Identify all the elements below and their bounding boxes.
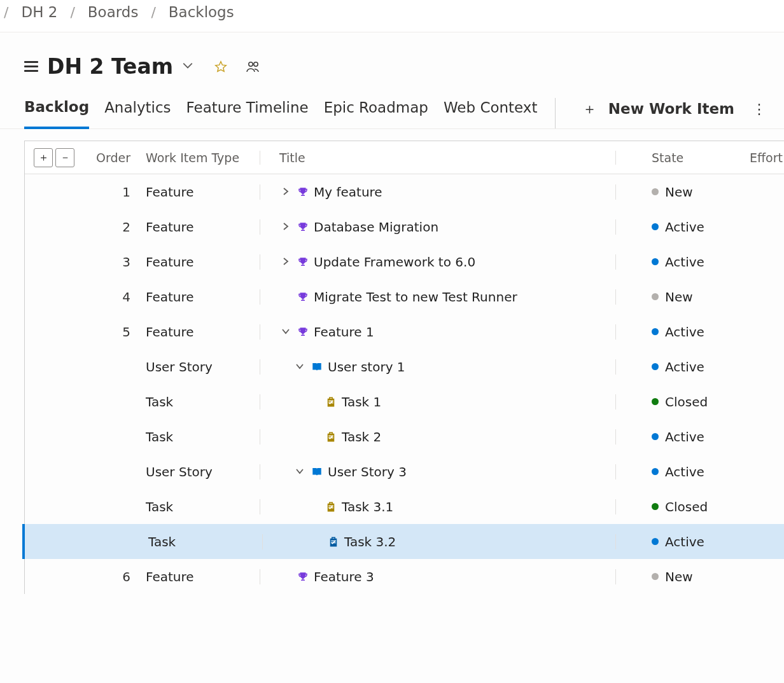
row-title-cell[interactable]: User Story 3: [260, 464, 616, 479]
chevron-right-icon[interactable]: [279, 184, 292, 200]
book-icon: [311, 361, 323, 373]
breadcrumb: / DH 2 / Boards / Backlogs: [0, 0, 784, 32]
table-row[interactable]: TaskTask 3.2Active: [22, 524, 784, 559]
plus-icon: ＋: [582, 102, 597, 116]
chevron-down-icon[interactable]: [279, 324, 292, 340]
table-row[interactable]: 1FeatureMy featureNew: [25, 174, 784, 209]
hamburger-icon[interactable]: [24, 61, 38, 72]
row-state-label: Closed: [665, 499, 708, 514]
row-state: Active: [616, 359, 750, 375]
state-dot-icon: [652, 468, 659, 475]
table-row[interactable]: TaskTask 3.1Closed: [25, 489, 784, 524]
tabs: BacklogAnalyticsFeature TimelineEpic Roa…: [24, 99, 537, 128]
row-state-label: Active: [665, 324, 704, 340]
row-type: Task: [146, 499, 260, 514]
team-name[interactable]: DH 2 Team: [47, 54, 173, 79]
state-dot-icon: [652, 363, 659, 370]
state-dot-icon: [652, 398, 659, 405]
backlog-grid: ＋ － Order Work Item Type Title State Eff…: [24, 141, 784, 594]
column-header-title[interactable]: Title: [260, 151, 616, 165]
row-title-cell[interactable]: User story 1: [260, 359, 616, 375]
people-icon[interactable]: [246, 60, 261, 74]
row-order: 3: [88, 254, 146, 270]
grid-header: ＋ － Order Work Item Type Title State Eff…: [25, 141, 784, 174]
breadcrumb-item[interactable]: DH 2: [21, 4, 57, 20]
tab-analytics[interactable]: Analytics: [104, 99, 171, 127]
row-title-cell[interactable]: Migrate Test to new Test Runner: [260, 289, 616, 305]
collapse-all-button[interactable]: －: [55, 148, 74, 167]
chevron-down-icon[interactable]: [293, 359, 306, 375]
column-header-state[interactable]: State: [616, 151, 750, 165]
more-actions-icon[interactable]: ⋮: [750, 101, 784, 117]
clipboard-icon: [328, 536, 339, 548]
tab-backlog[interactable]: Backlog: [24, 99, 89, 129]
row-title-cell[interactable]: Feature 1: [260, 324, 616, 340]
row-title-cell[interactable]: Task 1: [260, 394, 616, 410]
state-dot-icon: [652, 328, 659, 335]
state-dot-icon: [652, 258, 659, 265]
row-title: Task 3.2: [344, 534, 396, 549]
row-title: My feature: [314, 184, 382, 200]
state-dot-icon: [652, 223, 659, 230]
state-dot-icon: [652, 433, 659, 440]
tabs-row: BacklogAnalyticsFeature TimelineEpic Roa…: [0, 98, 784, 129]
column-header-type[interactable]: Work Item Type: [146, 151, 260, 165]
breadcrumb-sep: /: [4, 4, 8, 20]
chevron-right-icon[interactable]: [279, 219, 292, 235]
table-row[interactable]: 6FeatureFeature 3New: [25, 559, 784, 594]
chevron-right-icon[interactable]: [279, 254, 292, 270]
row-title-cell[interactable]: My feature: [260, 184, 616, 200]
trophy-icon: [297, 186, 309, 198]
row-order: 2: [88, 219, 146, 235]
table-row[interactable]: 5FeatureFeature 1Active: [25, 314, 784, 349]
table-row[interactable]: TaskTask 2Active: [25, 419, 784, 454]
state-dot-icon: [652, 573, 659, 580]
svg-point-1: [254, 62, 258, 66]
row-title: Migrate Test to new Test Runner: [314, 289, 517, 305]
new-work-item-button[interactable]: ＋ New Work Item: [582, 100, 734, 117]
expand-all-button[interactable]: ＋: [34, 148, 53, 167]
breadcrumb-item[interactable]: Backlogs: [169, 4, 234, 20]
table-row[interactable]: 2FeatureDatabase MigrationActive: [25, 209, 784, 244]
row-type: Task: [146, 394, 260, 410]
row-state: Active: [616, 464, 750, 479]
row-state: Active: [616, 534, 750, 549]
row-state-label: Active: [665, 534, 704, 549]
row-title-cell[interactable]: Task 2: [260, 429, 616, 445]
breadcrumb-sep: /: [151, 4, 155, 20]
row-order: 4: [88, 289, 146, 305]
row-order: 6: [88, 569, 146, 584]
row-title-cell[interactable]: Update Framework to 6.0: [260, 254, 616, 270]
favorite-star-icon[interactable]: [214, 60, 228, 74]
tab-web-context[interactable]: Web Context: [444, 99, 538, 127]
tab-epic-roadmap[interactable]: Epic Roadmap: [324, 99, 428, 127]
row-state: Closed: [616, 499, 750, 514]
book-icon: [311, 466, 323, 478]
row-title-cell[interactable]: Task 3.2: [263, 534, 616, 549]
row-type: Task: [146, 429, 260, 445]
row-order: 5: [88, 324, 146, 340]
table-row[interactable]: 4FeatureMigrate Test to new Test RunnerN…: [25, 279, 784, 314]
row-state-label: Active: [665, 464, 704, 479]
breadcrumb-item[interactable]: Boards: [88, 4, 139, 20]
table-row[interactable]: TaskTask 1Closed: [25, 384, 784, 419]
table-row[interactable]: User StoryUser story 1Active: [25, 349, 784, 384]
tab-feature-timeline[interactable]: Feature Timeline: [186, 99, 309, 127]
row-title-cell[interactable]: Database Migration: [260, 219, 616, 235]
row-title: Task 3.1: [342, 499, 393, 514]
chevron-down-icon[interactable]: [293, 464, 306, 479]
row-state: Active: [616, 219, 750, 235]
svg-point-0: [249, 62, 253, 66]
row-state: New: [616, 569, 750, 584]
chevron-down-icon[interactable]: [182, 60, 193, 74]
row-state-label: New: [665, 569, 693, 584]
column-header-effort[interactable]: Effort: [750, 151, 784, 165]
table-row[interactable]: User StoryUser Story 3Active: [25, 454, 784, 489]
row-title-cell[interactable]: Task 3.1: [260, 499, 616, 514]
row-state: New: [616, 289, 750, 305]
row-title-cell[interactable]: Feature 3: [260, 569, 616, 584]
column-header-order[interactable]: Order: [88, 151, 146, 165]
row-state-label: Active: [665, 219, 704, 235]
table-row[interactable]: 3FeatureUpdate Framework to 6.0Active: [25, 244, 784, 279]
row-title: Database Migration: [314, 219, 438, 235]
